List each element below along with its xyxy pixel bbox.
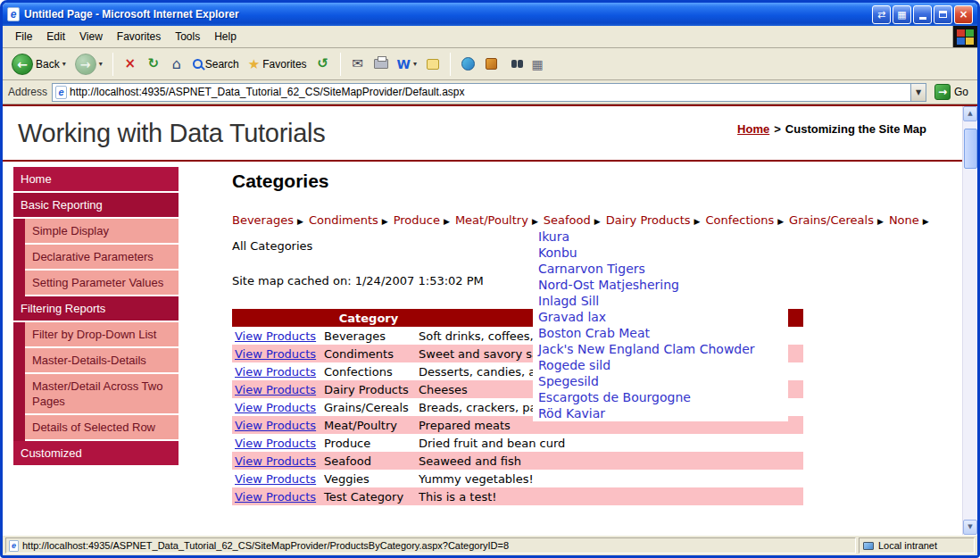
titlebar-extra-button-1[interactable]: ⇄ [872, 5, 891, 24]
breadcrumb-current: Customizing the Site Map [785, 122, 926, 136]
sidebar-item-home[interactable]: Home [13, 167, 179, 193]
main-content: Categories Beverages▶Condiments▶Produce▶… [232, 167, 962, 505]
sidebar-item-master-details-details[interactable]: Master-Details-Details [25, 348, 179, 374]
menu-arrow-icon: ▶ [297, 217, 303, 226]
submenu-item-inlagd-sill[interactable]: Inlagd Sill [533, 293, 788, 309]
quick-tabs-button[interactable]: ▦ [527, 53, 548, 76]
address-input[interactable] [70, 85, 910, 100]
go-button[interactable]: → Go [931, 83, 972, 101]
description-cell: This is a test! [416, 487, 803, 505]
view-products-link[interactable]: View Products [235, 347, 316, 361]
scroll-thumb[interactable] [964, 129, 977, 169]
menu-edit[interactable]: Edit [39, 28, 72, 46]
ie-page-icon: e [7, 7, 20, 21]
sidebar-section-basic-reporting[interactable]: Basic Reporting [13, 193, 179, 219]
submenu-item-spegesild[interactable]: Spegesild [533, 373, 788, 389]
table-row: View Products Seafood Seaweed and fish [232, 452, 803, 470]
category-cell: Dairy Products [321, 380, 416, 398]
favorites-button[interactable]: ★ Favorites [245, 54, 311, 74]
back-button[interactable]: ← Back ▾ [8, 52, 70, 77]
sidebar-section-filtering-reports[interactable]: Filtering Reports [13, 296, 179, 322]
status-url: http://localhost:4935/ASPNET_Data_Tutori… [22, 540, 509, 551]
sidebar: Home Basic Reporting Simple Display Decl… [13, 167, 179, 467]
favorites-star-icon: ★ [248, 56, 260, 72]
breadcrumb-home-link[interactable]: Home [737, 122, 769, 136]
submenu-item-boston-crab-meat[interactable]: Boston Crab Meat [533, 325, 788, 341]
view-products-link[interactable]: View Products [235, 490, 316, 504]
sidebar-item-details-of-selected-row[interactable]: Details of Selected Row [25, 415, 179, 441]
menu-item-produce[interactable]: Produce [394, 213, 440, 227]
submenu-item-rogede-sild[interactable]: Rogede sild [533, 357, 788, 373]
history-button[interactable]: ↺ [312, 53, 334, 76]
menu-arrow-icon: ▶ [382, 217, 388, 226]
menu-favorites[interactable]: Favorites [110, 28, 168, 46]
menu-arrow-icon: ▶ [444, 217, 450, 226]
menu-view[interactable]: View [72, 28, 110, 46]
scroll-down-button[interactable]: ▼ [963, 520, 977, 535]
submenu-item-ikura[interactable]: Ikura [533, 229, 788, 245]
submenu-item-konbu[interactable]: Konbu [533, 245, 788, 261]
minimize-icon [919, 17, 926, 20]
refresh-button[interactable]: ↻ [143, 53, 164, 76]
discuss-button[interactable] [422, 53, 444, 76]
menu-item-seafood[interactable]: Seafood [544, 213, 591, 227]
restore-icon [939, 11, 947, 18]
category-cell: Confections [321, 362, 416, 380]
menu-item-condiments[interactable]: Condiments [309, 213, 378, 227]
submenu-item-gravad-lax[interactable]: Gravad lax [533, 309, 788, 325]
menu-tools[interactable]: Tools [168, 28, 207, 46]
menu-item-beverages[interactable]: Beverages [232, 213, 294, 227]
category-cell: Condiments [321, 345, 416, 362]
results-area: Ikura Konbu Carnarvon Tigers Nord-Ost Ma… [232, 239, 962, 505]
search-button[interactable]: Search [189, 56, 243, 72]
view-products-link[interactable]: View Products [235, 401, 316, 414]
view-products-link[interactable]: View Products [235, 419, 316, 432]
submenu-item-rod-kaviar[interactable]: Röd Kaviar [533, 405, 788, 421]
address-dropdown-button[interactable]: ▼ [910, 84, 926, 101]
home-button[interactable]: ⌂ [166, 53, 187, 76]
mail-button[interactable]: ✉ [347, 53, 369, 76]
sidebar-item-declarative-parameters[interactable]: Declarative Parameters [25, 245, 179, 271]
restore-button[interactable] [934, 5, 952, 24]
sidebar-item-master-detail-two-pages[interactable]: Master/Detail Across Two Pages [25, 374, 179, 415]
print-button[interactable] [370, 53, 392, 76]
find-button[interactable] [503, 53, 525, 76]
menu-item-meat-poultry[interactable]: Meat/Poultry [455, 213, 528, 227]
sidebar-item-simple-display[interactable]: Simple Display [25, 219, 179, 245]
submenu-item-jacks-clam-chowder[interactable]: Jack's New England Clam Chowder [533, 341, 788, 357]
sidebar-item-filter-by-dropdown-list[interactable]: Filter by Drop-Down List [25, 322, 179, 348]
menu-file[interactable]: File [8, 28, 39, 46]
menu-item-confections[interactable]: Confections [706, 213, 775, 227]
zone-label: Local intranet [878, 540, 937, 551]
view-products-link[interactable]: View Products [235, 437, 316, 450]
stop-button[interactable]: × [120, 53, 141, 76]
scroll-up-button[interactable]: ▲ [963, 106, 977, 121]
minimize-button[interactable] [913, 5, 932, 24]
menu-item-grains-cereals[interactable]: Grains/Cereals [789, 213, 874, 227]
submenu-item-escargots-de-bourgogne[interactable]: Escargots de Bourgogne [533, 389, 788, 405]
scroll-track[interactable] [963, 121, 977, 520]
menu-item-dairy-products[interactable]: Dairy Products [606, 213, 691, 227]
menu-item-none[interactable]: None [889, 213, 919, 227]
sidebar-section-customized[interactable]: Customized [13, 441, 179, 467]
view-products-link[interactable]: View Products [235, 454, 316, 468]
research-button[interactable] [480, 53, 502, 76]
category-cell: Test Category [321, 487, 416, 505]
submenu-item-carnarvon-tigers[interactable]: Carnarvon Tigers [533, 261, 788, 277]
view-products-link[interactable]: View Products [235, 472, 316, 486]
search-icon [193, 59, 203, 69]
edit-button[interactable]: W ▾ [394, 55, 420, 73]
titlebar-extra-button-2[interactable]: ▦ [893, 5, 911, 24]
submenu-item-nord-ost-matjeshering[interactable]: Nord-Ost Matjeshering [533, 277, 788, 293]
view-products-link[interactable]: View Products [235, 329, 316, 343]
forward-button[interactable]: → ▾ [71, 52, 106, 77]
view-products-link[interactable]: View Products [235, 365, 316, 379]
close-button[interactable]: × [954, 5, 973, 24]
view-products-link[interactable]: View Products [235, 383, 316, 396]
sidebar-item-setting-parameter-values[interactable]: Setting Parameter Values [25, 271, 179, 296]
toolbar-separator [112, 53, 113, 76]
menu-help[interactable]: Help [207, 28, 244, 46]
menubar: File Edit View Favorites Tools Help [3, 26, 977, 48]
messenger-button[interactable] [457, 53, 478, 76]
titlebar[interactable]: e Untitled Page - Microsoft Internet Exp… [3, 3, 977, 26]
